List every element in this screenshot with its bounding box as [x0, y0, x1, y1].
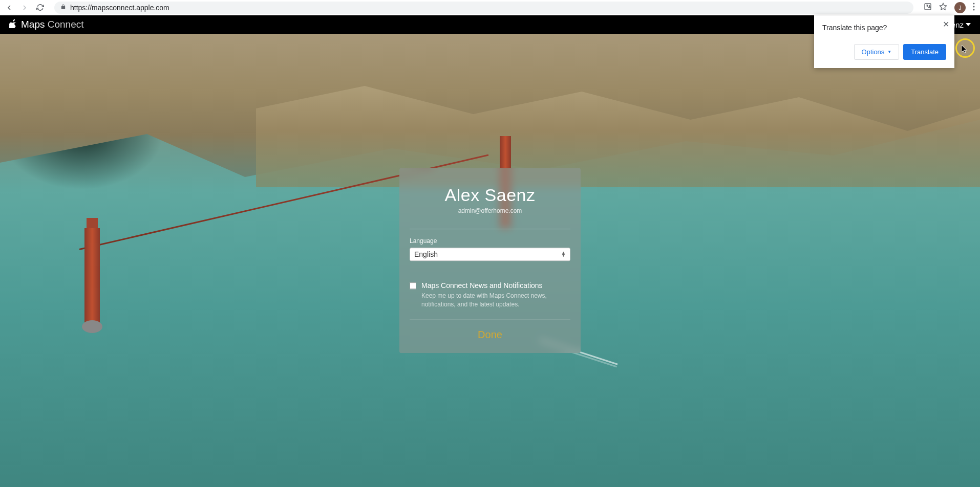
news-checkbox[interactable]: [410, 282, 416, 289]
chevron-down-icon: [966, 23, 971, 26]
dropdown-arrow-icon: ▼: [887, 50, 891, 54]
user-display-name: Alex Saenz: [410, 185, 570, 205]
user-email: admin@offerhome.com: [410, 207, 570, 214]
svg-point-4: [973, 9, 975, 10]
svg-point-3: [973, 6, 975, 7]
profile-avatar[interactable]: J: [954, 2, 966, 13]
forward-button[interactable]: [20, 4, 29, 12]
translate-prompt-title: Translate this page?: [822, 24, 946, 32]
translate-button[interactable]: Translate: [903, 44, 946, 60]
news-checkbox-title: Maps Connect News and Notifications: [421, 281, 570, 290]
translate-options-button[interactable]: Options ▼: [854, 44, 900, 60]
menu-dots-icon[interactable]: [973, 3, 975, 13]
svg-point-2: [973, 3, 975, 4]
language-select[interactable]: English ▲▼: [410, 248, 570, 261]
header-brand[interactable]: Maps Connect: [9, 19, 84, 31]
language-value: English: [414, 250, 438, 258]
news-checkbox-description: Keep me up to date with Maps Connect new…: [421, 292, 570, 309]
reload-button[interactable]: [36, 4, 44, 12]
done-button[interactable]: Done: [410, 329, 570, 341]
select-arrows-icon: ▲▼: [561, 252, 566, 257]
translate-icon[interactable]: [924, 3, 932, 13]
bookmark-star-icon[interactable]: [939, 3, 947, 13]
apple-logo-icon: [9, 19, 17, 31]
main-background: Alex Saenz admin@offerhome.com Language …: [0, 34, 980, 487]
language-label: Language: [410, 237, 570, 245]
profile-setup-modal: Alex Saenz admin@offerhome.com Language …: [399, 168, 581, 353]
app-title: Maps Connect: [21, 19, 84, 30]
close-icon[interactable]: ✕: [943, 19, 949, 29]
url-text: https://mapsconnect.apple.com: [70, 4, 907, 12]
svg-marker-1: [940, 3, 946, 10]
address-bar[interactable]: https://mapsconnect.apple.com: [54, 2, 913, 14]
browser-toolbar: https://mapsconnect.apple.com J: [0, 0, 980, 15]
lock-icon: [60, 4, 66, 11]
translate-popup: ✕ Translate this page? Options ▼ Transla…: [814, 15, 954, 68]
back-button[interactable]: [5, 4, 13, 12]
